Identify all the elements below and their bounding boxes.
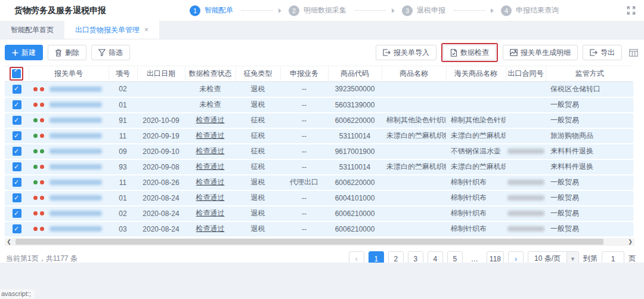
- check-status-link[interactable]: 检查通过: [196, 224, 225, 233]
- wizard-step-2[interactable]: 2明细数据采集: [289, 5, 346, 16]
- wizard-step-3[interactable]: 3退税申报: [402, 5, 445, 16]
- masked-declaration-no-link[interactable]: [49, 180, 102, 185]
- commodity-name-cell: [382, 82, 446, 97]
- commodity-code-cell: 6006210000: [328, 221, 382, 237]
- check-status-link[interactable]: 检查通过: [196, 178, 225, 186]
- check-status-link[interactable]: 检查通过: [196, 116, 225, 124]
- select-all-checkbox[interactable]: [12, 69, 21, 78]
- masked-declaration-no-link[interactable]: [49, 102, 102, 107]
- check-status-cell: 检查通过: [185, 190, 236, 206]
- declaration-no-cell: [29, 113, 109, 128]
- check-status-link[interactable]: 检查通过: [196, 131, 225, 140]
- column-header[interactable]: 征免类型: [236, 66, 280, 82]
- export-icon: [590, 49, 597, 56]
- masked-declaration-no-link[interactable]: [49, 195, 102, 201]
- check-status-cell: 检查通过: [185, 128, 236, 144]
- export-date-cell: 2020-08-24: [137, 190, 185, 206]
- column-header[interactable]: 出口日期: [137, 66, 185, 82]
- column-header[interactable]: 出口合同号: [506, 66, 546, 82]
- main-content: 新建删除筛选 报关单导入数据检查报关单生成明细导出 报关单号项号出口日期数据检查…: [0, 39, 644, 263]
- button-label: 新建: [21, 48, 36, 58]
- commodity-name-cell: 未漂白的苎麻机织物: [382, 159, 446, 175]
- tab-home[interactable]: 智能配单首页: [0, 21, 64, 39]
- column-header[interactable]: 海关商品名称: [446, 66, 506, 82]
- commodity-name-cell: 棉制其他染色针织或钩: [382, 113, 446, 128]
- horizontal-scrollbar[interactable]: ❮ ❯: [5, 238, 634, 246]
- export-date-cell: 2020-08-26: [137, 175, 185, 190]
- column-header[interactable]: 监管方式: [546, 66, 633, 82]
- declare-business-cell: --: [280, 144, 328, 159]
- wizard-step-4[interactable]: 4申报结果查询: [501, 5, 559, 16]
- column-header[interactable]: 商品名称: [382, 66, 446, 82]
- status-dot-red: [40, 227, 44, 231]
- check-status-link[interactable]: 检查通过: [196, 147, 225, 155]
- new-button[interactable]: 新建: [5, 45, 43, 60]
- commodity-name-cell: [382, 144, 446, 159]
- wizard-steps: 1智能配单2明细数据采集3退税申报4申报结果查询: [130, 5, 618, 16]
- column-settings-icon[interactable]: [629, 49, 638, 57]
- scrollbar-thumb[interactable]: [16, 239, 603, 245]
- row-checkbox[interactable]: [13, 147, 21, 156]
- table-row: 112020-09-19检查通过征税--53110014未漂白的苎麻机织物未漂白…: [5, 128, 633, 144]
- row-checkbox[interactable]: [13, 193, 21, 202]
- select-all-header-cell: [5, 66, 29, 82]
- declare-business-cell: --: [280, 221, 328, 237]
- tab-declaration-management[interactable]: 出口货物报关单管理×: [64, 21, 159, 39]
- masked-declaration-no-link[interactable]: [49, 226, 102, 232]
- tab-close-icon[interactable]: ×: [144, 26, 148, 34]
- masked-declaration-no-link[interactable]: [49, 133, 102, 138]
- scroll-right-icon[interactable]: ❯: [626, 238, 634, 246]
- button-label: 筛选: [109, 48, 123, 58]
- check-status-link[interactable]: 检查通过: [196, 193, 225, 202]
- masked-declaration-no-link[interactable]: [49, 118, 102, 123]
- row-checkbox[interactable]: [13, 131, 21, 140]
- filter-button[interactable]: 筛选: [91, 45, 130, 60]
- masked-declaration-no-link[interactable]: [49, 149, 102, 154]
- row-checkbox[interactable]: [13, 224, 21, 233]
- column-header[interactable]: 项号: [109, 66, 137, 82]
- masked-declaration-no-link[interactable]: [49, 87, 102, 92]
- export-contract-no-cell: [506, 113, 546, 128]
- supervision-mode-cell: 一般贸易: [546, 190, 633, 206]
- button-label: 数据检查: [460, 48, 489, 58]
- masked-declaration-no-link[interactable]: [49, 211, 102, 216]
- masked-declaration-no-link[interactable]: [49, 164, 102, 169]
- wizard-step-1[interactable]: 1智能配单: [190, 5, 233, 16]
- top-header: 货物劳务及服务退税申报 1智能配单2明细数据采集3退税申报4申报结果查询: [0, 0, 644, 21]
- table-row: 092020-09-10检查通过征税--9617001900不锈钢保温水壶来料料…: [5, 144, 633, 159]
- trash-icon: [55, 49, 62, 57]
- row-select-cell: [5, 206, 29, 221]
- column-header[interactable]: 申报业务: [280, 66, 328, 82]
- export-button[interactable]: 导出: [583, 45, 622, 60]
- check-status-link[interactable]: 检查通过: [196, 162, 225, 171]
- column-header[interactable]: 报关单号: [29, 66, 109, 82]
- scroll-left-icon[interactable]: ❮: [5, 238, 13, 246]
- delete-button[interactable]: 删除: [48, 45, 86, 60]
- row-checkbox[interactable]: [13, 162, 21, 171]
- row-select-cell: [5, 221, 29, 237]
- row-checkbox[interactable]: [13, 209, 21, 218]
- export-date-cell: 2020-09-10: [137, 144, 185, 159]
- status-dot-red: [33, 87, 38, 91]
- status-dot-green: [33, 118, 38, 122]
- fullscreen-icon[interactable]: [627, 6, 636, 15]
- import-declarations-button[interactable]: 报关单导入: [376, 45, 436, 60]
- row-checkbox[interactable]: [13, 116, 21, 125]
- check-status-cell: 检查通过: [185, 206, 236, 221]
- step-arrow-icon: [278, 8, 281, 13]
- row-checkbox[interactable]: [13, 85, 21, 94]
- data-check-button[interactable]: 数据检查: [443, 45, 496, 60]
- row-checkbox[interactable]: [13, 178, 21, 187]
- row-checkbox[interactable]: [13, 100, 21, 109]
- generate-detail-button[interactable]: 报关单生成明细: [503, 45, 578, 60]
- status-dot-red: [40, 180, 44, 184]
- status-dot-green: [33, 180, 38, 184]
- customs-commodity-name-cell: 棉制针织布: [446, 206, 506, 221]
- declaration-no-cell: [29, 190, 109, 206]
- column-header[interactable]: 商品代码: [328, 66, 382, 82]
- supervision-mode-cell: 保税区仓储转口: [546, 82, 633, 97]
- column-header[interactable]: 数据检查状态: [185, 66, 236, 82]
- row-select-cell: [5, 128, 29, 144]
- check-status-link[interactable]: 检查通过: [196, 209, 225, 217]
- export-contract-no-cell: [506, 221, 546, 237]
